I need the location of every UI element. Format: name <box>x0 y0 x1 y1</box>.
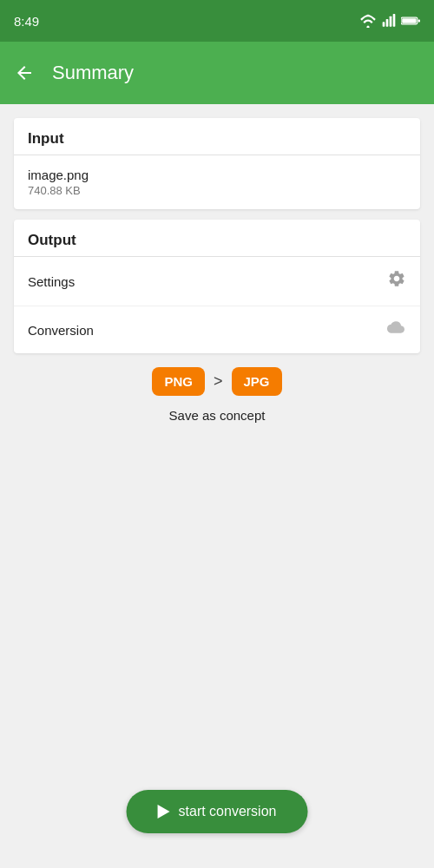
wifi-icon <box>359 14 377 28</box>
svg-point-0 <box>366 26 369 28</box>
svg-rect-6 <box>418 19 420 22</box>
settings-row[interactable]: Settings <box>14 257 420 306</box>
input-card: Input image.png 740.88 KB <box>14 118 420 209</box>
svg-rect-3 <box>390 16 392 27</box>
status-icons <box>359 14 420 28</box>
from-format-badge: PNG <box>152 367 205 396</box>
input-label: Input <box>28 130 64 147</box>
play-icon <box>158 805 170 819</box>
output-card: Output Settings Conversion <box>14 220 420 353</box>
input-file-row: image.png 740.88 KB <box>14 155 420 209</box>
cloud-icon <box>385 319 406 341</box>
start-conversion-label: start conversion <box>179 804 277 819</box>
conversion-label: Conversion <box>28 323 94 338</box>
start-conversion-container: start conversion <box>127 790 308 833</box>
output-label: Output <box>28 232 76 248</box>
filesize: 740.88 KB <box>28 184 89 197</box>
page-title: Summary <box>52 62 134 84</box>
status-bar: 8:49 <box>0 0 434 42</box>
svg-rect-4 <box>393 14 396 27</box>
svg-rect-7 <box>402 18 417 23</box>
conversion-badge-row: PNG > JPG <box>14 367 420 396</box>
app-bar: Summary <box>0 42 434 104</box>
filename: image.png <box>28 168 89 182</box>
to-format-badge: JPG <box>232 367 282 396</box>
input-card-header: Input <box>14 118 420 155</box>
conversion-row-item[interactable]: Conversion <box>14 306 420 353</box>
arrow-separator: > <box>214 372 223 391</box>
back-arrow-icon <box>14 62 35 83</box>
signal-icon <box>382 14 396 28</box>
battery-icon <box>401 15 420 27</box>
settings-label: Settings <box>28 274 75 289</box>
output-card-header: Output <box>14 220 420 257</box>
svg-rect-2 <box>386 19 389 27</box>
start-conversion-button[interactable]: start conversion <box>127 790 308 833</box>
main-content: Input image.png 740.88 KB Output Setting… <box>0 104 434 868</box>
back-button[interactable] <box>14 62 35 83</box>
svg-rect-1 <box>383 22 385 26</box>
gear-icon <box>387 269 406 293</box>
status-time: 8:49 <box>14 14 39 29</box>
save-concept-button[interactable]: Save as concept <box>14 408 420 423</box>
